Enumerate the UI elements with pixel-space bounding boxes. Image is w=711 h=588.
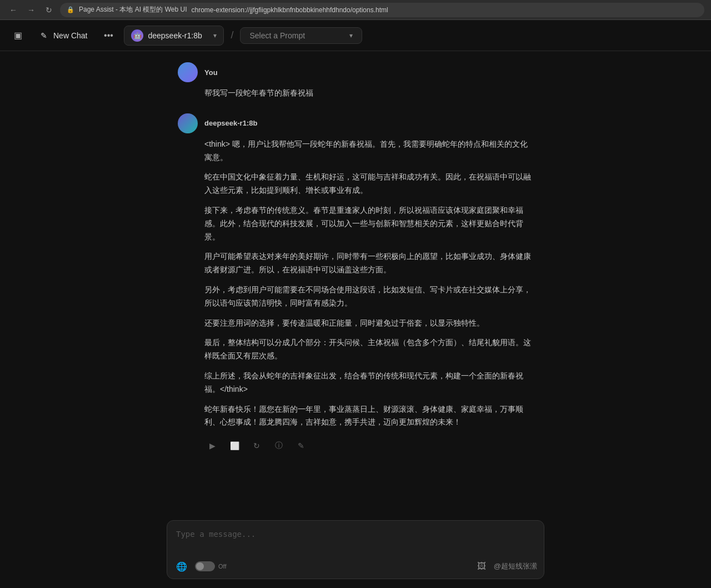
url-text: chrome-extension://jjfgfiigpkhlkbnfnbobb… [192,6,388,14]
user-message-text: 帮我写一段蛇年春节的新春祝福 [204,87,533,100]
user-sender-label: You [204,68,218,77]
model-chevron-icon: ▾ [213,32,217,39]
separator-slash: / [231,29,233,41]
image-icon: 🖼 [477,561,486,571]
user-avatar [178,62,198,82]
input-container: 🌐 Off 🖼 @超短线张潆 [167,520,544,579]
image-button[interactable]: 🖼 [474,559,489,574]
watermark-label: @超短线张潆 [494,561,537,571]
ai-message: deepseek-r1:8b <think> 嗯，用户让我帮他写一段蛇年的新春祝… [178,113,533,454]
ai-sender-label: deepseek-r1:8b [204,119,257,127]
ai-message-header: deepseek-r1:8b [178,113,533,133]
user-message-header: You [178,62,533,82]
toggle-thumb [196,562,204,570]
input-toolbar-left: 🌐 Off [174,559,226,574]
input-toolbar-right: 🖼 @超短线张潆 [474,559,537,574]
more-options-button[interactable]: ••• [99,27,117,44]
browser-chrome: ← → ↻ 🔒 Page Assist - 本地 AI 模型的 Web UI c… [0,0,711,20]
model-selector[interactable]: 🤖 deepseek-r1:8b ▾ [124,26,224,46]
app-toolbar: ▣ ✎ New Chat ••• 🤖 deepseek-r1:8b ▾ / Se… [0,20,711,51]
more-icon: ••• [104,31,113,41]
user-message: You 帮我写一段蛇年春节的新春祝福 [178,62,533,100]
ai-paragraph-8: 蛇年新春快乐！愿您在新的一年里，事业蒸蒸日上、财源滚滚、身体健康、家庭幸福，万事… [204,403,533,430]
sidebar-icon: ▣ [14,30,22,41]
ai-avatar [178,113,198,133]
lock-icon: 🔒 [67,6,74,13]
new-chat-label: New Chat [53,31,87,40]
ai-paragraph-5: 还要注意用词的选择，要传递温暖和正能量，同时避免过于俗套，以显示独特性。 [204,317,533,330]
input-area: 🌐 Off 🖼 @超短线张潆 [0,511,711,588]
sidebar-toggle-button[interactable]: ▣ [9,27,27,44]
toggle-switch[interactable]: Off [195,561,226,571]
message-input[interactable] [167,521,544,552]
globe-icon: 🌐 [176,561,187,572]
toggle-label: Off [218,563,226,570]
edit-action-button[interactable]: ✎ [293,438,309,454]
toggle-track [195,561,215,571]
chat-messages: You 帮我写一段蛇年春节的新春祝福 deepseek-r1:8b <think… [167,62,544,454]
model-name-label: deepseek-r1:8b [148,31,209,40]
ai-paragraph-2: 接下来，考虑春节的传统意义。春节是重逢家人的时刻，所以祝福语应该体现家庭团聚和幸… [204,204,533,243]
model-icon-symbol: 🤖 [133,32,142,39]
refresh-action-button[interactable]: ↻ [249,438,264,454]
ai-paragraph-3: 用户可能希望表达对来年的美好期许，同时带有一些积极向上的愿望，比如事业成功、身体… [204,250,533,277]
ai-paragraph-0: <think> 嗯，用户让我帮他写一段蛇年的新春祝福。首先，我需要明确蛇年的特点… [204,138,533,165]
address-bar[interactable]: 🔒 Page Assist - 本地 AI 模型的 Web UI chrome-… [60,3,704,17]
input-toolbar: 🌐 Off 🖼 @超短线张潆 [167,554,544,579]
info-action-button[interactable]: ⓘ [271,438,287,454]
page-title: Page Assist - 本地 AI 模型的 Web UI [79,5,187,14]
user-message-body: 帮我写一段蛇年春节的新春祝福 [204,87,533,100]
ai-paragraph-7: 综上所述，我会从蛇年的吉祥象征出发，结合春节的传统和现代元素，构建一个全面的新春… [204,370,533,396]
prompt-selector[interactable]: Select a Prompt ▾ [240,27,362,44]
model-icon: 🤖 [131,29,143,42]
ai-paragraph-6: 最后，整体结构可以分成几个部分：开头问候、主体祝福（包含多个方面）、结尾礼貌用语… [204,336,533,363]
ai-message-body: <think> 嗯，用户让我帮他写一段蛇年的新春祝福。首先，我需要明确蛇年的特点… [204,138,533,429]
refresh-button[interactable]: ↻ [42,3,56,17]
prompt-placeholder-label: Select a Prompt [249,31,345,40]
message-actions: ▶ ⬜ ↻ ⓘ ✎ [204,438,533,454]
new-chat-icon: ✎ [39,31,49,41]
prompt-chevron-icon: ▾ [349,32,353,39]
stop-action-button[interactable]: ⬜ [227,438,242,454]
chat-area: You 帮我写一段蛇年春节的新春祝福 deepseek-r1:8b <think… [0,51,711,511]
ai-paragraph-1: 蛇在中国文化中象征着力量、生机和好运，这可能与吉祥和成功有关。因此，在祝福语中可… [204,171,533,197]
ai-paragraph-4: 另外，考虑到用户可能需要在不同场合使用这段话，比如发短信、写卡片或在社交媒体上分… [204,283,533,310]
back-button[interactable]: ← [7,3,20,17]
new-chat-button[interactable]: ✎ New Chat [33,27,93,44]
play-action-button[interactable]: ▶ [204,438,220,454]
forward-button[interactable]: → [24,3,38,17]
globe-button[interactable]: 🌐 [174,559,189,574]
